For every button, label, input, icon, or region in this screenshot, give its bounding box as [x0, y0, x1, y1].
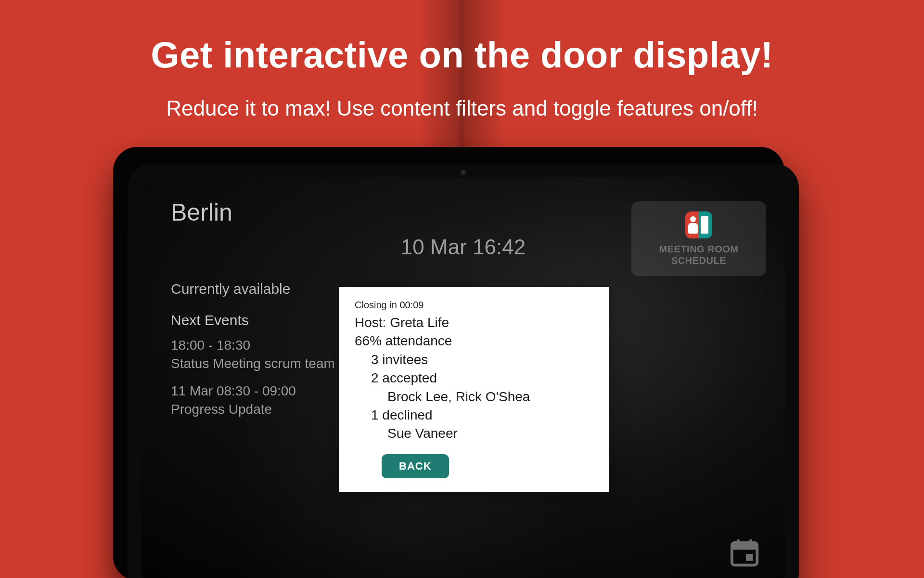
popup-declined-names: Sue Vaneer: [355, 425, 593, 442]
svg-rect-1: [732, 543, 757, 550]
back-button[interactable]: BACK: [382, 454, 449, 478]
schedule-chip[interactable]: MEETING ROOM SCHEDULE: [631, 201, 766, 276]
meeting-details-popup: Closing in 00:09 Host: Greta Life 66% at…: [339, 287, 609, 492]
popup-attendance: 66% attendance: [355, 332, 593, 350]
calendar-icon[interactable]: [728, 536, 761, 569]
popup-declined: 1 declined: [355, 407, 593, 424]
next-events-heading: Next Events: [171, 312, 249, 328]
event-item[interactable]: 18:00 - 18:30 Status Meeting scrum team: [171, 336, 335, 373]
tablet-camera: [461, 170, 466, 175]
svg-rect-2: [746, 554, 753, 561]
promo-subhead: Reduce it to max! Use content filters an…: [0, 96, 924, 120]
event-time: 18:00 - 18:30: [171, 336, 335, 355]
availability-status: Currently available: [171, 281, 290, 297]
svg-rect-3: [737, 539, 740, 545]
event-title: Progress Update: [171, 400, 296, 419]
event-time: 11 Mar 08:30 - 09:00: [171, 382, 296, 400]
schedule-app-icon: [685, 211, 712, 238]
popup-invitees: 3 invitees: [355, 351, 593, 368]
svg-rect-4: [749, 539, 752, 545]
popup-countdown: Closing in 00:09: [355, 299, 593, 311]
popup-accepted: 2 accepted: [355, 369, 593, 387]
room-name: Berlin: [171, 198, 232, 226]
promo-headline: Get interactive on the door display!: [0, 34, 924, 76]
event-item[interactable]: 11 Mar 08:30 - 09:00 Progress Update: [171, 382, 296, 419]
popup-accepted-names: Brock Lee, Rick O'Shea: [355, 388, 593, 406]
popup-host: Host: Greta Life: [355, 314, 593, 331]
schedule-chip-label: MEETING ROOM SCHEDULE: [659, 243, 739, 266]
event-title: Status Meeting scrum team: [171, 355, 335, 373]
